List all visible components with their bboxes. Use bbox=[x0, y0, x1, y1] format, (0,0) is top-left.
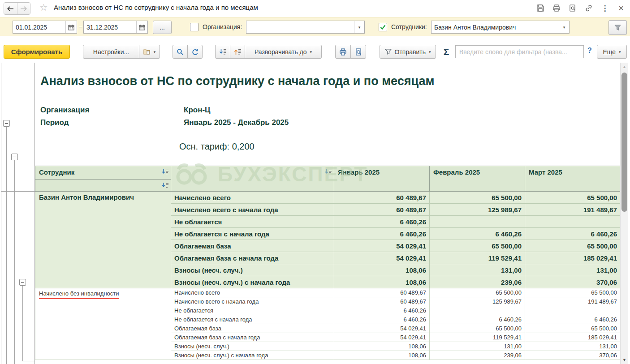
period-variants-button[interactable]: ... bbox=[153, 21, 172, 34]
sort-icon[interactable] bbox=[162, 169, 169, 175]
help-icon[interactable]: ? bbox=[587, 47, 592, 55]
indicator-cell[interactable]: Начислено всего с начала года bbox=[171, 297, 334, 306]
refresh-search-button[interactable] bbox=[187, 45, 203, 59]
indicator-cell[interactable]: Не облагается с начала года bbox=[171, 228, 334, 240]
month-column-header[interactable]: Январь 2025 bbox=[334, 166, 430, 192]
value-cell[interactable]: 65 500,00 bbox=[525, 324, 621, 333]
indicator-cell[interactable]: Облагаемая база bbox=[171, 324, 334, 333]
indicator-cell[interactable]: Не облагается bbox=[171, 306, 334, 315]
value-cell[interactable]: 6 460,26 bbox=[334, 315, 430, 324]
search-button[interactable] bbox=[173, 45, 188, 59]
group-label-cell[interactable]: Базин Антон Владимирович bbox=[35, 192, 171, 288]
value-cell[interactable]: 108,06 bbox=[334, 264, 430, 276]
value-cell[interactable]: 370,06 bbox=[525, 276, 621, 288]
generate-button[interactable]: Сформировать bbox=[4, 45, 70, 59]
indicator-cell[interactable]: Начислено всего bbox=[171, 192, 334, 204]
value-cell[interactable]: 60 489,67 bbox=[334, 297, 430, 306]
indicator-cell[interactable]: Взносы (несч. случ.) с начала года bbox=[171, 276, 334, 288]
value-cell[interactable]: 65 500,00 bbox=[430, 288, 525, 297]
link-icon[interactable] bbox=[584, 4, 593, 13]
organization-input[interactable] bbox=[246, 21, 354, 33]
save-icon[interactable] bbox=[536, 4, 545, 13]
value-cell[interactable]: 131,00 bbox=[525, 342, 621, 351]
value-cell[interactable]: 191 489,67 bbox=[525, 297, 621, 306]
indicator-column-header[interactable] bbox=[171, 166, 334, 192]
indicator-cell[interactable]: Не облагается bbox=[171, 216, 334, 228]
value-cell[interactable]: 60 489,67 bbox=[334, 288, 430, 297]
value-cell[interactable]: 6 460,26 bbox=[334, 306, 430, 315]
indicator-cell[interactable]: Начислено всего bbox=[171, 288, 334, 297]
value-cell[interactable]: 131,00 bbox=[430, 342, 525, 351]
value-cell[interactable]: 54 029,41 bbox=[334, 324, 430, 333]
expand-groups-icon-button[interactable] bbox=[215, 45, 230, 59]
value-cell[interactable]: 131,00 bbox=[430, 264, 525, 276]
value-cell[interactable]: 6 460,26 bbox=[430, 315, 525, 324]
date-to-input[interactable] bbox=[84, 21, 136, 33]
more-button[interactable]: Еще ▾ bbox=[597, 45, 627, 59]
indicator-cell[interactable]: Начислено всего с начала года bbox=[171, 204, 334, 216]
print-icon[interactable] bbox=[552, 4, 561, 13]
value-cell[interactable]: 65 500,00 bbox=[430, 192, 525, 204]
value-cell[interactable]: 6 460,26 bbox=[334, 228, 430, 240]
collapse-group-button[interactable] bbox=[11, 154, 18, 160]
filter-settings-button[interactable] bbox=[608, 20, 627, 35]
sum-sigma-button[interactable]: Σ bbox=[440, 45, 453, 59]
value-cell[interactable]: 108,06 bbox=[334, 351, 430, 360]
organization-checkbox[interactable] bbox=[190, 23, 198, 31]
value-cell[interactable]: 65 500,00 bbox=[525, 288, 621, 297]
report-variants-button[interactable]: ▾ bbox=[139, 45, 160, 59]
print-preview-icon[interactable] bbox=[568, 4, 577, 13]
value-cell[interactable]: 60 489,67 bbox=[334, 204, 430, 216]
indicator-cell[interactable]: Взносы (несч. случ.) bbox=[171, 342, 334, 351]
group-label-cell[interactable]: Начислено без инвалидности bbox=[35, 288, 171, 360]
settings-button[interactable]: Настройки... bbox=[83, 45, 139, 59]
value-cell[interactable]: 370,06 bbox=[525, 351, 621, 360]
employees-checkbox[interactable] bbox=[379, 23, 387, 31]
quick-filter-input[interactable] bbox=[455, 45, 584, 58]
value-cell[interactable]: 65 500,00 bbox=[525, 240, 621, 252]
sort-icon[interactable] bbox=[325, 169, 332, 175]
value-cell[interactable]: 191 489,67 bbox=[525, 204, 621, 216]
menu-kebab-icon[interactable]: ⋮ bbox=[600, 4, 609, 13]
send-button[interactable]: Отправить ▾ bbox=[380, 45, 436, 59]
back-button[interactable] bbox=[4, 3, 17, 14]
scroll-down-icon[interactable]: ▼ bbox=[621, 357, 628, 364]
value-cell[interactable]: 65 500,00 bbox=[525, 192, 621, 204]
value-cell[interactable]: 239,06 bbox=[430, 276, 525, 288]
value-cell[interactable]: 119 529,41 bbox=[430, 333, 525, 342]
indicator-cell[interactable]: Не облагается с начала года bbox=[171, 315, 334, 324]
value-cell[interactable] bbox=[430, 216, 525, 228]
value-cell[interactable]: 119 529,41 bbox=[430, 252, 525, 264]
month-column-header[interactable]: Февраль 2025 bbox=[430, 166, 525, 192]
employee-column-header[interactable]: Сотрудник bbox=[35, 166, 171, 180]
value-cell[interactable]: 6 460,26 bbox=[334, 216, 430, 228]
value-cell[interactable] bbox=[525, 306, 621, 315]
value-cell[interactable]: 6 460,26 bbox=[525, 315, 621, 324]
value-cell[interactable]: 125 989,67 bbox=[430, 297, 525, 306]
preview-button[interactable] bbox=[350, 45, 366, 59]
value-cell[interactable]: 6 460,26 bbox=[430, 228, 525, 240]
scrollbar-thumb[interactable] bbox=[621, 73, 627, 212]
indicator-cell[interactable]: Облагаемая база с начала года bbox=[171, 333, 334, 342]
value-cell[interactable]: 185 029,41 bbox=[525, 333, 621, 342]
employees-input[interactable] bbox=[432, 21, 559, 33]
favorite-star-icon[interactable]: ☆ bbox=[39, 2, 48, 13]
value-cell[interactable]: 65 500,00 bbox=[430, 324, 525, 333]
value-cell[interactable]: 131,00 bbox=[525, 264, 621, 276]
vertical-scrollbar[interactable]: ▲ ▼ bbox=[620, 63, 628, 364]
value-cell[interactable]: 125 989,67 bbox=[430, 204, 525, 216]
value-cell[interactable]: 239,06 bbox=[430, 351, 525, 360]
value-cell[interactable]: 54 029,41 bbox=[334, 240, 430, 252]
indicator-cell[interactable]: Облагаемая база bbox=[171, 240, 334, 252]
month-column-header[interactable]: Март 2025 bbox=[525, 166, 621, 192]
value-cell[interactable] bbox=[430, 306, 525, 315]
scroll-up-icon[interactable]: ▲ bbox=[621, 64, 628, 70]
value-cell[interactable]: 60 489,67 bbox=[334, 192, 430, 204]
value-cell[interactable]: 6 460,26 bbox=[525, 228, 621, 240]
employee-subheader[interactable] bbox=[35, 180, 171, 192]
date-from-input[interactable] bbox=[13, 21, 65, 33]
value-cell[interactable]: 65 500,00 bbox=[430, 240, 525, 252]
chevron-down-icon[interactable]: ▾ bbox=[559, 21, 569, 33]
calendar-icon[interactable] bbox=[136, 21, 147, 33]
indicator-cell[interactable]: Взносы (несч. случ.) bbox=[171, 264, 334, 276]
